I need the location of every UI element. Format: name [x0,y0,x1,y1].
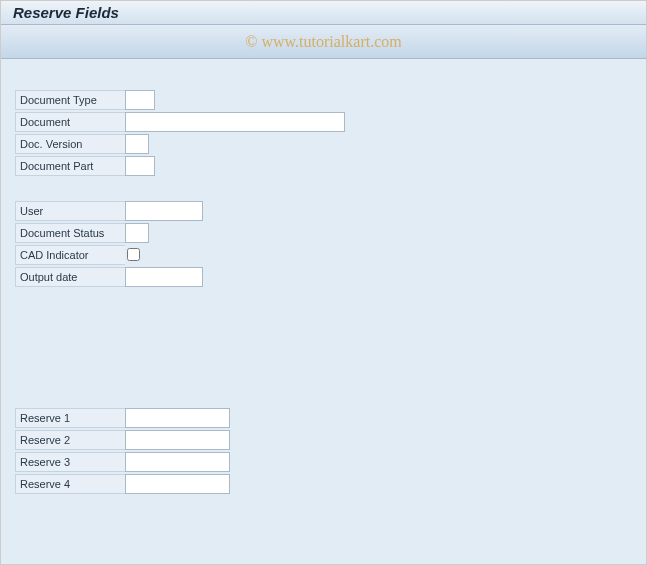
label-user: User [15,201,125,221]
row-reserve-1: Reserve 1 [15,407,632,428]
row-output-date: Output date [15,266,632,287]
header-bar: Reserve Fields [1,1,646,25]
row-reserve-4: Reserve 4 [15,473,632,494]
input-user[interactable] [125,201,203,221]
label-reserve-4: Reserve 4 [15,474,125,494]
reserve-group: Reserve 1 Reserve 2 Reserve 3 Reserve 4 [15,407,632,494]
label-document-type: Document Type [15,90,125,110]
row-doc-version: Doc. Version [15,133,632,154]
input-reserve-2[interactable] [125,430,230,450]
row-doc-part: Document Part [15,155,632,176]
input-document[interactable] [125,112,345,132]
input-reserve-3[interactable] [125,452,230,472]
row-user: User [15,200,632,221]
row-reserve-2: Reserve 2 [15,429,632,450]
label-reserve-2: Reserve 2 [15,430,125,450]
row-cad-indicator: CAD Indicator [15,244,632,265]
watermark-text: © www.tutorialkart.com [245,33,401,51]
page-title: Reserve Fields [13,4,119,21]
document-group: Document Type Document Doc. Version Docu… [15,89,632,176]
row-document-type: Document Type [15,89,632,110]
input-reserve-1[interactable] [125,408,230,428]
label-document: Document [15,112,125,132]
label-output-date: Output date [15,267,125,287]
label-doc-version: Doc. Version [15,134,125,154]
label-reserve-3: Reserve 3 [15,452,125,472]
row-doc-status: Document Status [15,222,632,243]
label-doc-part: Document Part [15,156,125,176]
input-doc-part[interactable] [125,156,155,176]
label-reserve-1: Reserve 1 [15,408,125,428]
checkbox-cad-indicator[interactable] [127,248,140,261]
row-reserve-3: Reserve 3 [15,451,632,472]
row-document: Document [15,111,632,132]
checkbox-wrap-cad [125,245,149,265]
label-cad-indicator: CAD Indicator [15,245,125,265]
input-document-type[interactable] [125,90,155,110]
toolbar-strip: © www.tutorialkart.com [1,25,646,59]
meta-group: User Document Status CAD Indicator Outpu… [15,200,632,287]
input-doc-status[interactable] [125,223,149,243]
input-reserve-4[interactable] [125,474,230,494]
input-doc-version[interactable] [125,134,149,154]
content-area: Document Type Document Doc. Version Docu… [1,59,646,565]
input-output-date[interactable] [125,267,203,287]
label-doc-status: Document Status [15,223,125,243]
